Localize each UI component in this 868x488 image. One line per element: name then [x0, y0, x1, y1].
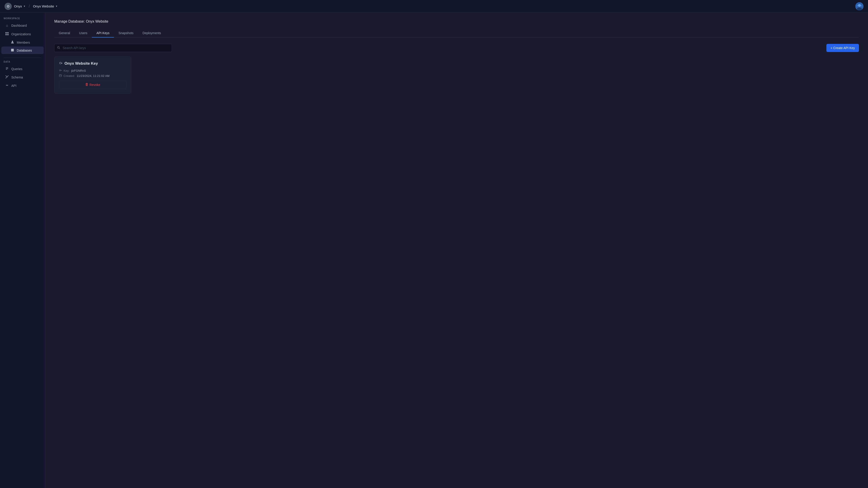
- tab-snapshots[interactable]: Snapshots: [114, 29, 138, 37]
- svg-rect-31: [59, 74, 62, 77]
- org-avatar: O: [4, 3, 12, 10]
- tabs: General Users API Keys Snapshots Deploym…: [54, 29, 859, 37]
- workspace-label: WORKSPACE: [0, 17, 45, 22]
- svg-rect-8: [11, 49, 14, 50]
- sidebar: WORKSPACE ⌂ Dashboard Organizations: [0, 13, 45, 488]
- api-key-card: Onyx Website Key Key: jlzFGNRnS: [54, 57, 131, 94]
- sidebar-item-dashboard[interactable]: ⌂ Dashboard: [1, 22, 44, 29]
- svg-line-20: [6, 77, 7, 78]
- search-container: + Create API Key: [54, 44, 859, 52]
- sidebar-queries-label: Queries: [11, 67, 22, 71]
- topbar: O Onyx ▼ / Onyx Website ▼: [0, 0, 868, 13]
- created-label: Created:: [64, 74, 75, 78]
- dashboard-icon: ⌂: [5, 24, 9, 27]
- tab-general[interactable]: General: [54, 29, 74, 37]
- sidebar-item-organizations[interactable]: Organizations: [1, 30, 44, 38]
- key-value: jlzFGNRnS: [71, 69, 86, 72]
- sidebar-item-databases[interactable]: Databases: [1, 47, 44, 54]
- key-detail-icon: [59, 69, 62, 72]
- org-selector[interactable]: Onyx ▼: [14, 4, 26, 8]
- sidebar-organizations-label: Organizations: [11, 32, 31, 36]
- sidebar-item-schema[interactable]: Schema: [1, 73, 44, 81]
- search-wrapper: [54, 44, 172, 52]
- sidebar-item-api[interactable]: API: [1, 82, 44, 90]
- svg-point-21: [57, 47, 59, 49]
- svg-line-22: [59, 48, 60, 49]
- sidebar-schema-label: Schema: [11, 75, 23, 79]
- organizations-icon: [5, 32, 9, 36]
- created-value: 11/23/2024, 11:21:02 AM: [77, 74, 110, 78]
- api-key-key-detail: Key: jlzFGNRnS: [59, 69, 126, 72]
- svg-point-27: [60, 70, 61, 71]
- sidebar-item-queries[interactable]: Queries: [1, 65, 44, 73]
- svg-rect-9: [11, 50, 14, 51]
- project-chevron-icon: ▼: [55, 5, 58, 7]
- search-icon: [57, 46, 60, 50]
- search-input[interactable]: [54, 44, 172, 52]
- layout: WORKSPACE ⌂ Dashboard Organizations: [0, 13, 868, 488]
- databases-icon: [10, 49, 14, 52]
- sidebar-members-label: Members: [17, 41, 30, 44]
- sidebar-dashboard-label: Dashboard: [11, 24, 27, 27]
- sidebar-databases-label: Databases: [17, 49, 32, 52]
- svg-line-18: [6, 76, 7, 77]
- api-key-name: Onyx Website Key: [59, 61, 126, 66]
- svg-point-7: [12, 41, 13, 42]
- tab-api-keys[interactable]: API Keys: [92, 29, 114, 37]
- project-selector[interactable]: Onyx Website ▼: [33, 4, 58, 8]
- key-icon: [59, 61, 63, 66]
- svg-rect-5: [5, 34, 7, 35]
- sidebar-divider: [4, 58, 41, 58]
- api-key-created-detail: Created: 11/23/2024, 11:21:02 AM: [59, 74, 126, 78]
- svg-rect-6: [7, 34, 9, 35]
- svg-rect-10: [11, 51, 14, 51]
- revoke-label: Revoke: [90, 83, 100, 87]
- svg-rect-4: [7, 32, 9, 33]
- calendar-icon: [59, 74, 62, 78]
- svg-point-23: [60, 62, 61, 64]
- svg-rect-3: [5, 32, 7, 33]
- trash-icon: [85, 83, 88, 87]
- topbar-separator: /: [29, 4, 30, 8]
- sidebar-item-members[interactable]: Members: [1, 39, 44, 46]
- org-chevron-icon: ▼: [23, 5, 26, 7]
- members-icon: [10, 40, 14, 44]
- tab-deployments[interactable]: Deployments: [138, 29, 165, 37]
- schema-icon: [5, 75, 9, 79]
- project-name: Onyx Website: [33, 4, 54, 8]
- create-api-key-button[interactable]: + Create API Key: [827, 44, 859, 52]
- revoke-button[interactable]: Revoke: [59, 81, 126, 89]
- key-label: Key:: [64, 69, 69, 72]
- org-name: Onyx: [14, 4, 22, 8]
- tab-users[interactable]: Users: [74, 29, 92, 37]
- svg-line-19: [7, 76, 8, 77]
- data-label: DATA: [0, 61, 45, 65]
- main-content: Manage Database: Onyx Website General Us…: [45, 13, 868, 488]
- sidebar-api-label: API: [11, 84, 17, 88]
- topbar-left: O Onyx ▼ / Onyx Website ▼: [4, 3, 58, 10]
- queries-icon: [5, 67, 9, 71]
- user-avatar[interactable]: [855, 2, 864, 10]
- api-icon: [5, 84, 9, 88]
- page-title: Manage Database: Onyx Website: [54, 20, 859, 24]
